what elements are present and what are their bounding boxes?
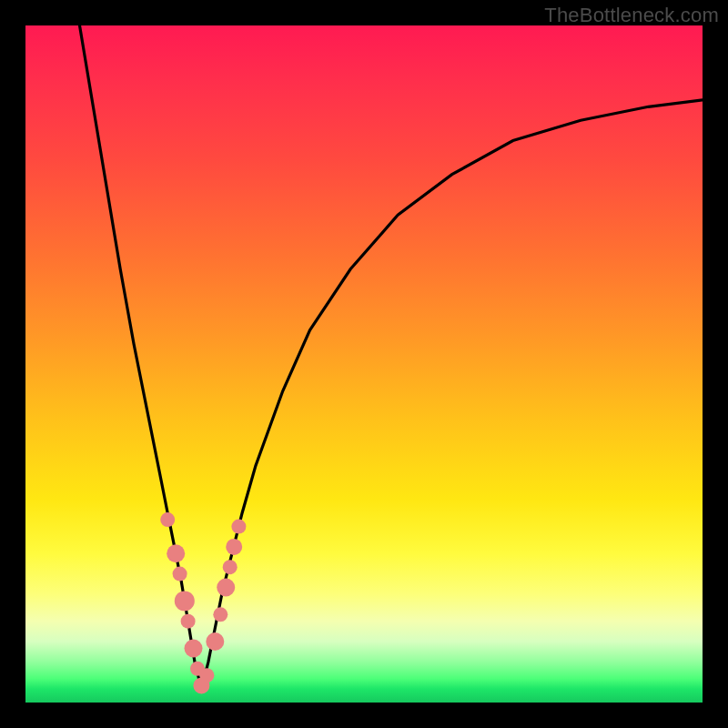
outer-frame: TheBottleneck.com (0, 0, 728, 728)
highlight-dot (231, 520, 246, 534)
highlight-dot (226, 539, 242, 555)
highlight-dot (213, 607, 228, 622)
highlight-dot (223, 560, 238, 574)
highlight-dot (185, 640, 203, 658)
watermark-text: TheBottleneck.com (544, 4, 719, 27)
highlight-dot (175, 591, 195, 611)
curve-right-branch (201, 100, 703, 689)
curve-left-branch (80, 25, 202, 689)
curve-layer (25, 25, 703, 703)
highlight-dot (173, 567, 187, 581)
highlight-dot (160, 512, 175, 527)
highlight-dot (181, 614, 196, 629)
plot-area (25, 25, 703, 703)
highlight-dot (199, 668, 214, 682)
highlight-dot (206, 632, 224, 651)
highlight-dot (167, 544, 185, 562)
highlight-dot (217, 579, 235, 597)
